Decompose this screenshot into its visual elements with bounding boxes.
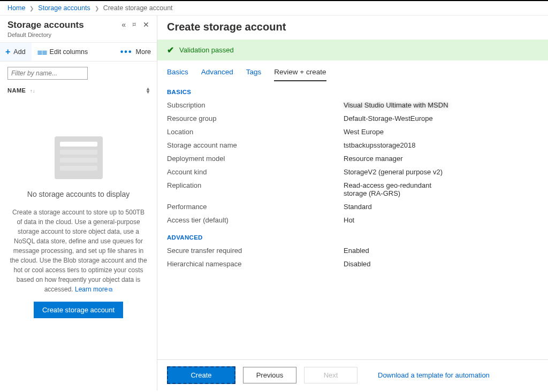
more-icon: ••• [120,47,133,57]
next-button: Next [304,367,357,383]
plus-icon: + [5,47,10,57]
empty-state: No storage accounts to display Create a … [0,99,157,324]
collapse-icon[interactable]: « [121,21,126,28]
add-label: Add [13,48,25,56]
left-toolbar: + Add ≣≣ Edit columns ••• More [0,42,157,62]
edit-columns-label: Edit columns [50,48,88,56]
empty-state-icon [55,136,103,179]
validation-banner: ✔ Validation passed [157,40,548,60]
kv-replication: Replication Read-access geo-redundant st… [157,179,548,200]
sort-icon[interactable]: ↑↓ [30,88,35,94]
page-title: Create storage account [167,21,538,33]
section-advanced-heading: ADVANCED [157,227,548,244]
kv-resource-group: Resource group Default-Storage-WestEurop… [157,112,548,125]
checkmark-icon: ✔ [167,45,174,55]
tab-basics[interactable]: Basics [167,68,188,81]
scroll-handle-icon[interactable]: ▴▾ [147,87,150,94]
pin-icon[interactable]: ✧ [130,20,139,29]
right-panel: Create storage account ✔ Validation pass… [157,16,548,390]
kv-secure-transfer: Secure transfer required Enabled [157,244,548,257]
column-name-header[interactable]: NAME [7,87,26,94]
create-storage-account-button[interactable]: Create storage account [34,302,123,318]
kv-subscription: Subscription Visual Studio Ultimate with… [157,98,548,112]
chevron-right-icon: ❯ [95,5,99,11]
external-link-icon: ⧉ [109,287,112,293]
previous-button[interactable]: Previous [243,367,296,383]
kv-account-kind: Account kind StorageV2 (general purpose … [157,165,548,179]
breadcrumb-current: Create storage account [103,4,173,12]
columns-icon: ≣≣ [37,48,47,56]
tab-tags[interactable]: Tags [246,68,262,81]
breadcrumb: Home ❯ Storage accounts ❯ Create storage… [0,1,548,16]
tab-review-create[interactable]: Review + create [274,68,326,81]
panel-subtitle: Default Directory [7,32,84,38]
create-button[interactable]: Create [167,366,235,384]
kv-location: Location West Europe [157,125,548,139]
kv-access-tier: Access tier (default) Hot [157,213,548,227]
close-icon[interactable]: ✕ [143,21,149,28]
kv-storage-name: Storage account name tstbackupsstorage20… [157,139,548,152]
add-button[interactable]: + Add [0,43,32,61]
tab-advanced[interactable]: Advanced [201,68,233,81]
more-label: More [136,48,151,56]
edit-columns-button[interactable]: ≣≣ Edit columns [32,44,94,60]
filter-input[interactable] [7,67,88,80]
tabs: Basics Advanced Tags Review + create [157,60,548,81]
empty-body: Create a storage account to store up to … [10,209,147,293]
section-basics-heading: BASICS [157,81,548,98]
kv-performance: Performance Standard [157,200,548,213]
breadcrumb-home[interactable]: Home [7,4,25,12]
download-template-link[interactable]: Download a template for automation [378,371,490,379]
kv-deployment-model: Deployment model Resource manager [157,152,548,165]
footer-bar: Create Previous Next Download a template… [157,359,548,390]
kv-hierarchical-namespace: Hierarchical namespace Disabled [157,257,548,271]
breadcrumb-storage-accounts[interactable]: Storage accounts [38,4,90,12]
chevron-right-icon: ❯ [29,5,34,11]
learn-more-link[interactable]: Learn more⧉ [75,286,112,293]
empty-title: No storage accounts to display [10,189,147,200]
panel-title: Storage accounts [7,20,84,30]
left-panel: Storage accounts Default Directory « ✧ ✕… [0,16,157,390]
more-button[interactable]: ••• More [115,43,157,61]
validation-text: Validation passed [179,46,234,54]
